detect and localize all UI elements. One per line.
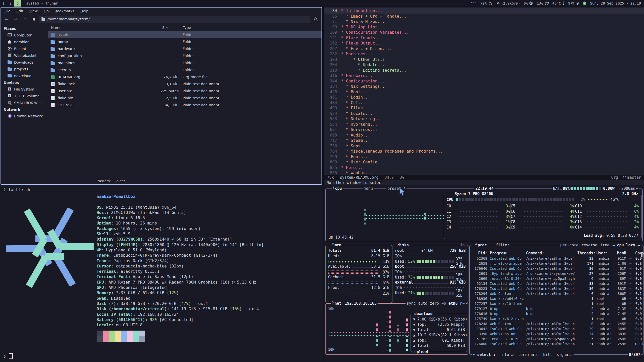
sidebar-item[interactable]: projects	[1, 66, 48, 72]
process-row[interactable]: 176000 Isolated Web Co /nix/store/sm8fmr…	[470, 341, 643, 346]
menu-item[interactable]: File	[5, 9, 10, 13]
path-bar[interactable]: /home/nambiar/system/	[39, 16, 310, 23]
sidebar-item[interactable]: File System	[1, 86, 48, 93]
sidebar-item[interactable]: Downloads	[1, 59, 48, 66]
process-row[interactable]: 2658 .firefox-wrappe /nix/store/sm8fmrf3…	[470, 261, 643, 266]
process-row[interactable]: 176646 Isolated Web Co /nix/store/sm8fmr…	[470, 266, 643, 271]
process-row[interactable]: 13642 Isolated Web Co /nix/store/sm8fmrf…	[470, 326, 643, 331]
interval-decrease[interactable]: -	[618, 186, 621, 191]
menu-item[interactable]: Edit	[16, 9, 23, 13]
sidebar-item[interactable]: Recent	[1, 45, 48, 52]
process-command: /nix/store/sm8fmrf3wps4	[525, 282, 577, 286]
sidebar-item[interactable]: nextcloud	[1, 72, 48, 79]
io-mode-button[interactable]: io	[460, 243, 465, 247]
workspace-button[interactable]: 3	[14, 0, 21, 7]
sidebar-item[interactable]: SMALLBOX Wi...	[1, 99, 48, 106]
process-row[interactable]: 178294 Web Content /nix/store/sm8fmrf3wp…	[470, 291, 643, 296]
proc-kill-control[interactable]: kill	[543, 352, 552, 357]
forward-button[interactable]: →	[12, 16, 20, 23]
search-button[interactable]	[312, 16, 319, 23]
net-zero-button[interactable]: zero	[430, 301, 439, 306]
net-sync-button[interactable]: sync	[407, 301, 416, 306]
file-row[interactable]: home Folder	[48, 38, 321, 45]
shell-prompt[interactable]: ❯	[4, 353, 13, 359]
column-header-size[interactable]: Size	[160, 26, 181, 30]
file-row[interactable]: user.nix 229 bytes Plain text document	[48, 87, 321, 95]
column-header-name[interactable]: Name	[48, 26, 160, 30]
process-mem: 245M	[613, 322, 626, 326]
menu-item[interactable]: View	[29, 9, 38, 13]
workspace-button[interactable]: 1	[0, 0, 7, 7]
proc-scrollbar[interactable]	[641, 252, 642, 257]
menu-item[interactable]: Help	[80, 9, 88, 13]
line-number: 825	[324, 165, 341, 170]
core-row: C1 0%	[447, 209, 510, 214]
sidebar-item[interactable]: Wastebasket	[1, 52, 48, 59]
process-program: kworker/10:1-mm_	[487, 302, 525, 306]
net-next-iface-button[interactable]: n→	[460, 301, 465, 306]
process-row[interactable]: 178616 btop btop 2 nambiar 7.4M 0.0	[470, 311, 643, 316]
process-row[interactable]: 52368 Isolated Web Co /nix/store/sm8fmrf…	[470, 256, 643, 261]
file-row[interactable]: README.org 76,4 KiB Org-mode file	[48, 73, 321, 80]
file-row[interactable]: configuration Folder	[48, 52, 321, 59]
process-row[interactable]: 175749 kworker/6:2-even 1 root 0B 0.0	[470, 316, 643, 321]
sidebar-item[interactable]: Computer	[1, 32, 48, 38]
process-row[interactable]: 3390 WebExtensions /nix/store/sm8fmrf3wp…	[470, 331, 643, 336]
proc-select-control[interactable]: ↑ select ↓	[473, 352, 495, 357]
proc-percore-button[interactable]: per-core	[560, 243, 578, 247]
process-row[interactable]: 51762 .emacs-31.0.50- /nix/store/wnqz5pa…	[470, 336, 643, 341]
interval-increase[interactable]: +	[636, 186, 638, 191]
process-row[interactable]: 177257 kworker/10:1-mm_ 1 root 0B 0.0	[470, 301, 643, 306]
process-row[interactable]: 2601 .Hyprland-wrapp /run/current-system…	[470, 271, 643, 276]
file-row[interactable]: flake.lock 3,1 KiB Plain text document	[48, 80, 321, 87]
process-row[interactable]: 38936 kworker/u64:6-kc 1 root 0B 0.0	[470, 296, 643, 301]
emacs-window[interactable]: 34 * Introduction... 65 * Emacs + Org + …	[324, 7, 644, 185]
net-prev-iface-button[interactable]: ←b	[441, 301, 446, 306]
proc-info-control[interactable]: info ↵	[500, 352, 513, 357]
process-row[interactable]: 2660 .emacs-31.0.50- /nix/store/wnqz5pa8…	[470, 276, 643, 281]
up-button[interactable]: ↑	[21, 16, 29, 23]
process-cpu-graph	[627, 333, 634, 335]
sidebar-item[interactable]: 1,0 TB Volume	[1, 93, 48, 99]
sidebar-item[interactable]: nambiar	[1, 38, 48, 45]
column-header-type[interactable]: Type	[181, 26, 321, 30]
sidebar-item[interactable]: Browse Network	[1, 113, 48, 119]
process-row[interactable]: 178248 Web Content /nix/store/sm8fmrf3wp…	[470, 321, 643, 326]
org-outline-line: 316 * Hardware...	[324, 73, 644, 78]
proc-filter-button[interactable]: filter	[496, 243, 509, 247]
file-row[interactable]: flake.nix 2,5 KiB Plain text document	[48, 95, 321, 102]
file-row[interactable]: LICENSE 34,3 KiB Plain text document	[48, 102, 321, 109]
proc-sort-selector[interactable]: ← cpu lazy →	[613, 243, 640, 247]
menu-item[interactable]: Bookmarks	[55, 9, 74, 13]
workspace-button[interactable]: 2	[7, 0, 14, 7]
terminal-window[interactable]: ❯ fastfetch nambiar@smallbox -----------…	[0, 185, 324, 362]
org-outline-line: 384 * Nix Settings...	[324, 84, 644, 89]
core-label: C6	[511, 209, 520, 214]
thunar-menubar: FileEditViewGoBookmarksHelp	[1, 8, 321, 14]
proc-reverse-button[interactable]: reverse	[581, 243, 597, 247]
file-size: 229 bytes	[159, 89, 179, 93]
process-row[interactable]: 52134 Isolated Web Co /nix/store/sm8fmrf…	[470, 281, 643, 286]
file-row[interactable]: machines Folder	[48, 59, 321, 66]
proc-signals-control[interactable]: signals	[557, 352, 573, 357]
sidebar-item-label: 1,0 TB Volume	[14, 94, 39, 98]
proc-tree-button[interactable]: tree	[600, 243, 610, 247]
file-row[interactable]: hardware Folder	[48, 45, 321, 52]
net-auto-button[interactable]: auto	[418, 301, 427, 306]
process-user: nambiar	[593, 266, 613, 270]
menu-item[interactable]: Go	[44, 9, 49, 13]
process-pid: 177257	[472, 302, 487, 306]
file-row[interactable]: secrets Folder	[48, 66, 321, 73]
process-row[interactable]: 176223 Isolated Web Co /nix/store/sm8fmr…	[470, 286, 643, 291]
back-button[interactable]: ←	[3, 16, 11, 23]
org-heading: * Locale...	[341, 111, 373, 116]
proc-terminate-control[interactable]: terminate	[518, 352, 539, 357]
place-icon	[8, 33, 12, 37]
file-row[interactable]: assets Folder	[48, 31, 321, 38]
home-button[interactable]	[30, 16, 38, 23]
btop-menu-button[interactable]: menu	[364, 186, 373, 191]
org-heading: * Hyprland...	[341, 122, 377, 127]
process-row[interactable]: 179127 btop btop 2 nambiar 7.3M 0.0	[470, 306, 643, 311]
process-program: Web Content	[487, 322, 525, 326]
file-type: Folder	[179, 54, 321, 58]
